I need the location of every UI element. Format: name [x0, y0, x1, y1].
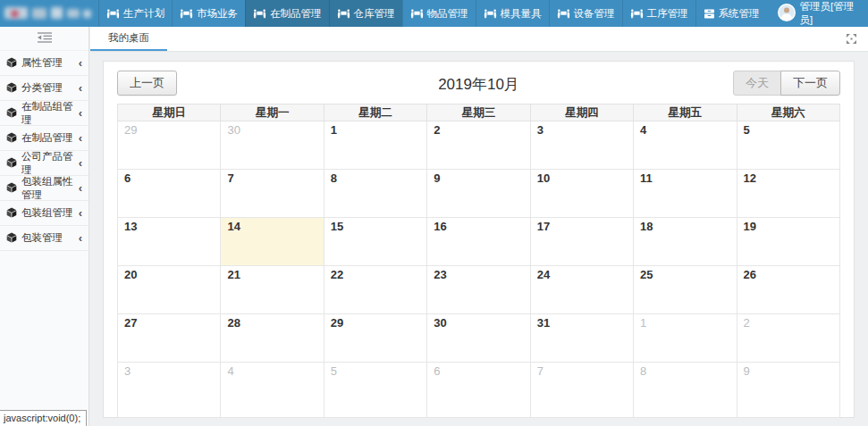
- weekday-header: 星期五: [634, 104, 737, 121]
- calendar-day-cell[interactable]: 5: [737, 121, 839, 170]
- calendar-day-cell[interactable]: 16: [427, 218, 530, 266]
- calendar-day-cell[interactable]: 14: [221, 218, 324, 266]
- calendar-header: 上一页 2019年10月 今天 下一页: [104, 62, 854, 104]
- sidebar-item-attribute-mgmt[interactable]: 属性管理 ‹: [0, 51, 88, 76]
- weekday-header: 星期二: [324, 104, 426, 121]
- sidebar-item-wip-group-mgmt[interactable]: 在制品组管理 ‹: [0, 101, 88, 126]
- outdent-icon: [38, 30, 52, 46]
- calendar-week-row: 272829303112: [118, 314, 840, 363]
- sidebar-item-package-mgmt[interactable]: 包装管理 ‹: [0, 226, 88, 251]
- tab-my-desktop[interactable]: 我的桌面: [90, 27, 167, 51]
- nav-item-wip-management[interactable]: 在制品管理: [245, 0, 329, 27]
- sidebar-item-wip-mgmt[interactable]: 在制品管理 ‹: [0, 126, 88, 151]
- calendar-week-row: 6789101112: [118, 170, 840, 218]
- nav-item-system[interactable]: 系统管理: [695, 0, 767, 27]
- calendar-day-cell[interactable]: 2: [737, 314, 839, 363]
- app-logo: [0, 0, 98, 27]
- calendar-day-cell[interactable]: 17: [530, 218, 633, 266]
- sidebar-item-package-group-attr-mgmt[interactable]: 包装组属性管理 ‹: [0, 176, 88, 201]
- calendar-day-cell[interactable]: 22: [324, 266, 426, 314]
- calendar-day-cell[interactable]: 5: [324, 363, 426, 418]
- calendar-body: 2930123456789101112131415161718192021222…: [118, 121, 840, 418]
- calendar-day-cell[interactable]: 29: [324, 314, 426, 363]
- people-carry-icon: [484, 9, 497, 19]
- nav-item-goods[interactable]: 物品管理: [402, 0, 476, 27]
- chevron-left-icon: ‹: [79, 157, 82, 169]
- nav-item-label: 市场业务: [197, 7, 238, 21]
- calendar-day-cell[interactable]: 1: [634, 314, 737, 363]
- today-button[interactable]: 今天: [733, 71, 781, 96]
- calendar-day-cell[interactable]: 25: [634, 266, 737, 314]
- nav-item-production-plan[interactable]: 生产计划: [98, 0, 172, 27]
- people-carry-icon: [630, 9, 644, 19]
- calendar-day-cell[interactable]: 28: [221, 314, 324, 363]
- cube-icon: [6, 182, 17, 195]
- calendar-day-cell[interactable]: 3: [118, 363, 221, 418]
- calendar-day-cell[interactable]: 4: [221, 363, 324, 418]
- sidebar-item-label: 在制品管理: [21, 131, 73, 145]
- next-page-button[interactable]: 下一页: [780, 71, 840, 96]
- nav-item-warehouse[interactable]: 仓库管理: [329, 0, 402, 27]
- calendar-week-row: 3456789: [118, 363, 840, 418]
- user-menu-button[interactable]: 管理员[管理员]: [767, 0, 868, 27]
- calendar-day-cell[interactable]: 24: [530, 266, 633, 314]
- calendar-day-cell[interactable]: 10: [530, 170, 633, 218]
- sidebar-item-label: 包装组属性管理: [21, 175, 74, 202]
- sidebar: 属性管理 ‹ 分类管理 ‹ 在制品组管理 ‹ 在制品管理 ‹ 公司产品管理 ‹ …: [0, 27, 89, 426]
- cube-icon: [6, 207, 17, 220]
- calendar-day-cell[interactable]: 11: [634, 170, 737, 218]
- calendar-day-cell[interactable]: 8: [324, 170, 426, 218]
- calendar-day-cell[interactable]: 30: [427, 314, 530, 363]
- calendar-day-cell[interactable]: 20: [118, 266, 221, 314]
- calendar-day-cell[interactable]: 3: [530, 121, 633, 170]
- sidebar-item-label: 在制品组管理: [21, 100, 74, 127]
- sidebar-item-label: 属性管理: [21, 56, 63, 70]
- prev-page-button[interactable]: 上一页: [117, 71, 177, 96]
- calendar-day-cell[interactable]: 15: [324, 218, 426, 266]
- nav-item-process[interactable]: 工序管理: [622, 0, 695, 27]
- calendar-day-cell[interactable]: 1: [324, 121, 426, 170]
- calendar-day-cell[interactable]: 29: [118, 121, 221, 170]
- calendar-day-cell[interactable]: 12: [737, 170, 839, 218]
- nav-item-label: 设备管理: [574, 7, 615, 21]
- calendar-day-cell[interactable]: 26: [737, 266, 839, 314]
- sidebar-item-package-group-mgmt[interactable]: 包装组管理 ‹: [0, 201, 88, 226]
- calendar-panel: 上一页 2019年10月 今天 下一页 星期日 星期一 星期二 星期三 星期四 …: [103, 61, 855, 418]
- calendar-table: 星期日 星期一 星期二 星期三 星期四 星期五 星期六 293012345678…: [117, 104, 840, 418]
- people-carry-icon: [410, 9, 424, 19]
- weekday-header: 星期六: [737, 104, 839, 121]
- calendar-day-cell[interactable]: 21: [221, 266, 324, 314]
- calendar-day-cell[interactable]: 2: [427, 121, 530, 170]
- nav-item-mold-gauge[interactable]: 模具量具: [476, 0, 549, 27]
- chevron-left-icon: ‹: [79, 182, 82, 194]
- status-bar-link-tooltip: javascript:void(0);: [0, 410, 87, 426]
- chevron-left-icon: ‹: [79, 107, 82, 119]
- calendar-day-cell[interactable]: 18: [634, 218, 737, 266]
- calendar-day-cell[interactable]: 9: [737, 363, 839, 418]
- calendar-day-cell[interactable]: 19: [737, 218, 839, 266]
- calendar-day-cell[interactable]: 7: [221, 170, 324, 218]
- calendar-day-cell[interactable]: 7: [530, 363, 633, 418]
- calendar-day-cell[interactable]: 27: [118, 314, 221, 363]
- calendar-day-cell[interactable]: 30: [221, 121, 324, 170]
- nav-item-market-business[interactable]: 市场业务: [172, 0, 245, 27]
- calendar-day-cell[interactable]: 13: [118, 218, 221, 266]
- calendar-day-cell[interactable]: 23: [427, 266, 530, 314]
- calendar-day-cell[interactable]: 9: [427, 170, 530, 218]
- sidebar-collapse-button[interactable]: [0, 27, 88, 51]
- people-carry-icon: [106, 9, 120, 19]
- people-carry-icon: [253, 9, 266, 19]
- fullscreen-button[interactable]: [835, 27, 868, 51]
- nav-item-equipment[interactable]: 设备管理: [549, 0, 622, 27]
- sidebar-item-company-product-mgmt[interactable]: 公司产品管理 ‹: [0, 151, 88, 176]
- sidebar-item-category-mgmt[interactable]: 分类管理 ‹: [0, 76, 88, 101]
- calendar-day-cell[interactable]: 6: [427, 363, 530, 418]
- sidebar-item-label: 分类管理: [21, 81, 63, 95]
- calendar-day-cell[interactable]: 31: [530, 314, 633, 363]
- sidebar-item-label: 包装组管理: [21, 206, 73, 220]
- chevron-left-icon: ‹: [79, 232, 82, 244]
- weekday-header: 星期四: [530, 104, 633, 121]
- calendar-day-cell[interactable]: 6: [118, 170, 221, 218]
- calendar-day-cell[interactable]: 4: [634, 121, 737, 170]
- calendar-day-cell[interactable]: 8: [634, 363, 737, 418]
